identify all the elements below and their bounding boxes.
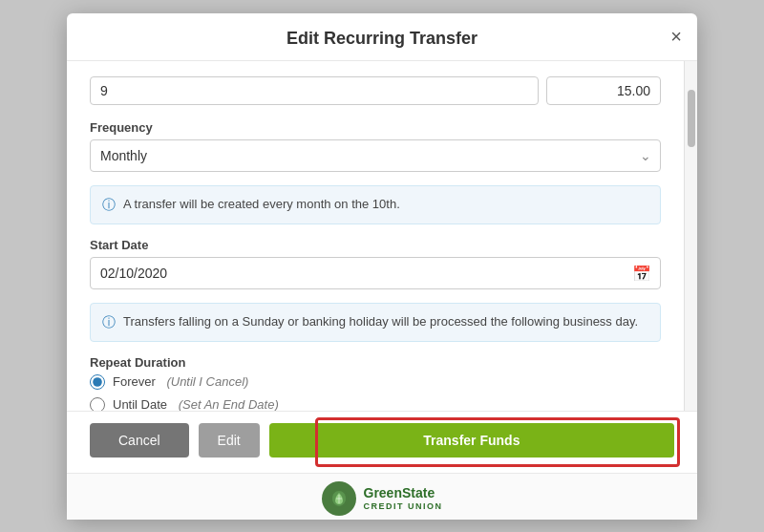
transfer-funds-button[interactable]: Transfer Funds — [269, 423, 674, 458]
logo-section: GreenState Credit Union — [67, 473, 697, 520]
repeat-duration-label: Repeat Duration — [90, 355, 661, 370]
radio-label-forever[interactable]: Forever (Until I Cancel) — [90, 374, 661, 390]
logo-name: GreenState — [364, 485, 443, 501]
radio-forever[interactable] — [90, 374, 105, 390]
scrollbar-rail — [684, 61, 697, 411]
frequency-label: Frequency — [90, 120, 661, 135]
modal-overlay: Edit Recurring Transfer × 9 15.00 Freque… — [0, 0, 764, 532]
holiday-info-text: Transfers falling on a Sunday or banking… — [123, 313, 638, 330]
radio-until-date-italic: (Set An End Date) — [175, 397, 279, 411]
repeat-duration-group: Repeat Duration Forever (Until I Cancel)… — [90, 355, 661, 411]
greenstate-logo-svg — [328, 487, 350, 510]
frequency-info-text: A transfer will be created every month o… — [123, 196, 400, 213]
modal-footer: Cancel Edit Transfer Funds — [67, 411, 697, 473]
modal-header: Edit Recurring Transfer × — [67, 13, 697, 61]
start-date-input[interactable] — [90, 257, 661, 289]
logo-text-block: GreenState Credit Union — [364, 485, 443, 512]
modal-dialog: Edit Recurring Transfer × 9 15.00 Freque… — [67, 13, 697, 520]
modal-content[interactable]: 9 15.00 Frequency Monthly Weekly Bi-Week… — [67, 61, 684, 411]
frequency-select-wrapper: Monthly Weekly Bi-Weekly Quarterly ⌄ — [90, 139, 661, 172]
modal-title: Edit Recurring Transfer — [286, 29, 478, 49]
logo-icon — [322, 481, 356, 516]
clipped-left-value: 9 — [100, 83, 108, 98]
radio-until-date-label: Until Date — [113, 397, 167, 411]
clipped-amount-value: 15.00 — [617, 83, 650, 98]
clipped-left-field: 9 — [90, 76, 539, 105]
info-icon-1: ⓘ — [102, 197, 116, 214]
radio-forever-italic: (Until I Cancel) — [163, 374, 249, 389]
frequency-select[interactable]: Monthly Weekly Bi-Weekly Quarterly — [90, 139, 661, 172]
clipped-amount-field: 15.00 — [546, 76, 661, 105]
repeat-duration-radio-group: Forever (Until I Cancel) Until Date (Set… — [90, 374, 661, 411]
modal-body: 9 15.00 Frequency Monthly Weekly Bi-Week… — [67, 61, 697, 411]
cancel-button[interactable]: Cancel — [90, 423, 189, 458]
top-clipped-row: 9 15.00 — [90, 76, 661, 105]
holiday-info-box: ⓘ Transfers falling on a Sunday or banki… — [90, 303, 661, 342]
start-date-wrapper: 📅 — [90, 257, 661, 289]
radio-label-until-date[interactable]: Until Date (Set An End Date) — [90, 397, 661, 411]
scrollbar-thumb[interactable] — [688, 90, 695, 147]
info-icon-2: ⓘ — [102, 314, 116, 331]
radio-forever-label: Forever — [113, 374, 156, 389]
logo-subtitle: Credit Union — [364, 501, 443, 512]
close-button[interactable]: × — [670, 27, 682, 46]
start-date-label: Start Date — [90, 238, 661, 252]
start-date-group: Start Date 📅 — [90, 238, 661, 289]
frequency-group: Frequency Monthly Weekly Bi-Weekly Quart… — [90, 120, 661, 172]
radio-until-date[interactable] — [90, 397, 105, 411]
edit-button[interactable]: Edit — [199, 423, 260, 458]
frequency-info-box: ⓘ A transfer will be created every month… — [90, 185, 661, 224]
